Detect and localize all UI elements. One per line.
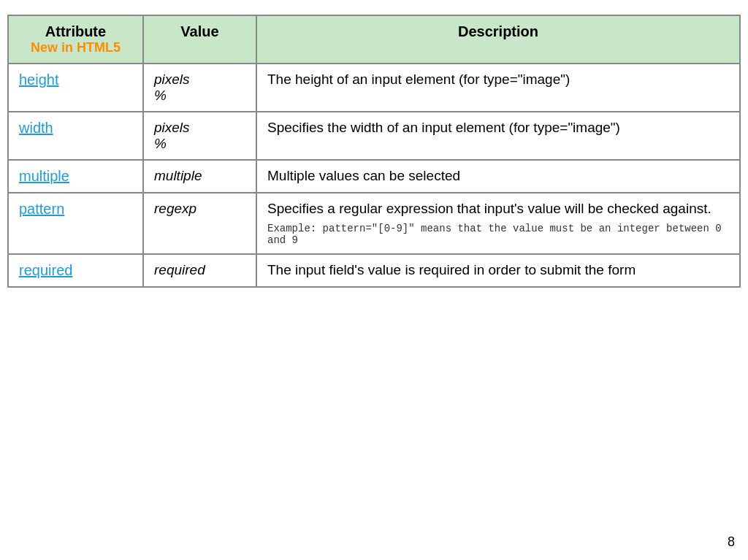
value-cell-pattern: regexp xyxy=(143,193,256,254)
table-row: requiredrequiredThe input field's value … xyxy=(8,254,740,287)
description-text: Specifies a regular expression that inpu… xyxy=(267,201,711,216)
description-cell-multiple: Multiple values can be selected xyxy=(256,160,740,193)
value-cell-height: pixels % xyxy=(143,64,256,112)
attribute-cell-required[interactable]: required xyxy=(8,254,143,287)
page-number: 8 xyxy=(7,532,741,553)
table-body: heightpixels %The height of an input ele… xyxy=(8,64,740,287)
description-cell-required: The input field's value is required in o… xyxy=(256,254,740,287)
header-description-label: Description xyxy=(458,23,538,39)
attribute-cell-width[interactable]: width xyxy=(8,112,143,160)
attribute-cell-multiple[interactable]: multiple xyxy=(8,160,143,193)
description-text: The height of an input element (for type… xyxy=(267,72,570,87)
attributes-table: Attribute New in HTML5 Value Description… xyxy=(7,15,741,288)
value-cell-multiple: multiple xyxy=(143,160,256,193)
value-cell-required: required xyxy=(143,254,256,287)
table-row: patternregexpSpecifies a regular express… xyxy=(8,193,740,254)
header-value: Value xyxy=(143,15,256,64)
value-cell-width: pixels % xyxy=(143,112,256,160)
description-text: The input field's value is required in o… xyxy=(267,262,636,277)
description-cell-width: Specifies the width of an input element … xyxy=(256,112,740,160)
table-header-row: Attribute New in HTML5 Value Description xyxy=(8,15,740,64)
attribute-cell-height[interactable]: height xyxy=(8,64,143,112)
main-table-container: Attribute New in HTML5 Value Description… xyxy=(7,15,741,532)
description-text: Specifies the width of an input element … xyxy=(267,120,620,135)
table-row: heightpixels %The height of an input ele… xyxy=(8,64,740,112)
description-text: Multiple values can be selected xyxy=(267,168,460,183)
description-cell-height: The height of an input element (for type… xyxy=(256,64,740,112)
header-attribute-subtitle: New in HTML5 xyxy=(19,40,132,55)
attribute-cell-pattern[interactable]: pattern xyxy=(8,193,143,254)
table-row: multiplemultipleMultiple values can be s… xyxy=(8,160,740,193)
header-value-label: Value xyxy=(180,23,218,39)
header-attribute-label: Attribute xyxy=(45,23,106,39)
header-description: Description xyxy=(256,15,740,64)
example-note: Example: pattern="[0-9]" means that the … xyxy=(267,223,729,246)
table-row: widthpixels %Specifies the width of an i… xyxy=(8,112,740,160)
description-cell-pattern: Specifies a regular expression that inpu… xyxy=(256,193,740,254)
header-attribute: Attribute New in HTML5 xyxy=(8,15,143,64)
